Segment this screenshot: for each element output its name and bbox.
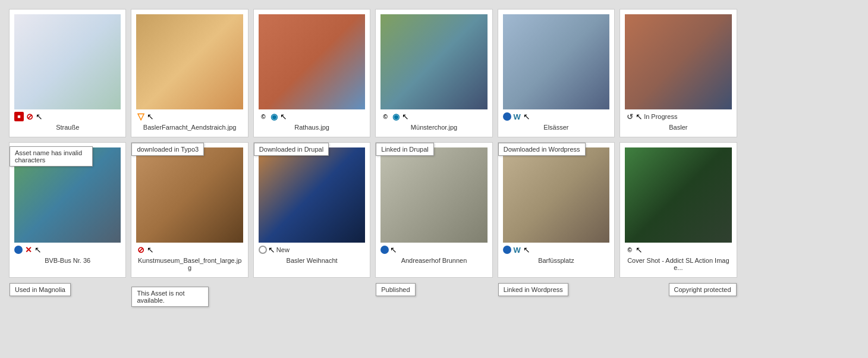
card-image bbox=[259, 147, 365, 243]
empty-circle-icon bbox=[259, 246, 267, 254]
card-image bbox=[625, 14, 731, 109]
blue-dot-icon bbox=[14, 246, 23, 254]
copyright-icon: © bbox=[380, 112, 390, 121]
cursor-icon: ↖ bbox=[147, 112, 154, 121]
card-title: Elsässer bbox=[503, 124, 609, 131]
no-icon: ⊘ bbox=[136, 245, 146, 255]
tooltip: Published bbox=[376, 283, 415, 296]
wordpress-icon: W bbox=[512, 112, 522, 121]
card-image bbox=[14, 14, 121, 109]
card-image bbox=[136, 14, 243, 109]
refresh-icon: ↺ bbox=[625, 112, 634, 121]
x-icon: ✕ bbox=[24, 245, 33, 255]
cursor-icon: ↖ bbox=[402, 112, 409, 121]
wordpress-icon: W bbox=[512, 245, 522, 255]
card-title: Strauße bbox=[14, 124, 121, 131]
cursor-icon: ↖ bbox=[34, 245, 42, 255]
status-badge: New bbox=[276, 246, 290, 253]
card-cover[interactable]: © ↖ Cover Shot - Addict SL Action Image.… bbox=[619, 142, 737, 278]
card-title: Münsterchor.jpg bbox=[380, 124, 487, 131]
status-badge: In Progress bbox=[644, 113, 677, 120]
cursor-icon: ↖ bbox=[36, 112, 43, 121]
tooltip: Copyright protected bbox=[669, 283, 737, 296]
card-strausse[interactable]: ■ ⊘ ↖ Strauße Asset name has invalid cha… bbox=[9, 9, 126, 137]
card-title: Basler bbox=[625, 124, 731, 131]
drupal-icon: ◉ bbox=[391, 112, 401, 121]
card-image bbox=[380, 147, 487, 243]
card-title: BaslerFarnacht_Aendstraich.jpg bbox=[136, 124, 243, 131]
card-brunnen[interactable]: ↖ Andreaserhof Brunnen Published bbox=[375, 142, 492, 278]
card-bvb[interactable]: ✕ ↖ BVB-Bus Nr. 36 Used in Magnolia bbox=[9, 142, 126, 278]
cursor-icon: ↖ bbox=[636, 245, 643, 255]
card-title: Kunstmuseum_Basel_front_large.jpg bbox=[136, 257, 243, 271]
tooltip: Linked in Wordpress bbox=[498, 283, 568, 296]
typo3-icon: ▽ bbox=[136, 112, 146, 121]
copyright-icon: © bbox=[625, 245, 634, 255]
cursor-icon: ↖ bbox=[268, 245, 275, 255]
card-image bbox=[503, 147, 609, 243]
card-basler-farnacht[interactable]: ▽ ↖ BaslerFarnacht_Aendstraich.jpg downl… bbox=[131, 9, 248, 137]
copyright-icon: © bbox=[259, 112, 268, 121]
card-image bbox=[259, 14, 365, 109]
card-image bbox=[380, 14, 487, 109]
blue-dot-icon bbox=[503, 246, 511, 254]
card-image bbox=[625, 147, 731, 243]
cursor-icon: ↖ bbox=[390, 245, 397, 255]
cursor-icon: ↖ bbox=[280, 112, 287, 121]
card-kunstmuseum[interactable]: ⊘ ↖ Kunstmuseum_Basel_front_large.jpg Th… bbox=[131, 142, 248, 278]
card-elsasser[interactable]: W ↖ Elsässer Downloaded in Wordpress bbox=[498, 9, 615, 137]
drupal-icon: ◉ bbox=[269, 112, 279, 121]
card-barfussl[interactable]: W ↖ Barfüssplatz Linked in Wordpress bbox=[498, 142, 615, 278]
cursor-icon: ↖ bbox=[147, 245, 154, 255]
no-icon: ⊘ bbox=[25, 112, 34, 121]
card-title: Basler Weihnacht bbox=[259, 257, 365, 264]
card-image bbox=[14, 147, 121, 243]
card-image bbox=[136, 147, 243, 243]
card-title: Cover Shot - Addict SL Action Image... bbox=[625, 257, 731, 271]
cursor-icon: ↖ bbox=[636, 112, 643, 121]
tooltip: Used in Magnolia bbox=[10, 283, 71, 296]
blue-dot-icon bbox=[380, 246, 389, 254]
card-title: Andreaserhof Brunnen bbox=[380, 257, 487, 264]
cursor-icon: ↖ bbox=[523, 112, 530, 121]
card-rathaus[interactable]: © ◉ ↖ Rathaus.jpg Downloaded in Drupal bbox=[253, 9, 370, 137]
card-basler-inprogress[interactable]: ↺ ↖ In Progress Basler bbox=[619, 9, 737, 137]
cursor-icon: ↖ bbox=[523, 245, 530, 255]
tooltip: This Asset is not available. bbox=[131, 287, 209, 307]
card-title: Rathaus.jpg bbox=[259, 124, 365, 131]
card-title: BVB-Bus Nr. 36 bbox=[14, 257, 121, 264]
card-image bbox=[503, 14, 609, 109]
red-square-icon: ■ bbox=[14, 112, 24, 121]
card-munster[interactable]: © ◉ ↖ Münsterchor.jpg Linked in Drupal bbox=[375, 9, 492, 137]
card-title: Barfüssplatz bbox=[503, 257, 609, 264]
card-weihnacht[interactable]: ↖ New Basler Weihnacht bbox=[253, 142, 370, 278]
blue-dot-icon bbox=[503, 112, 511, 121]
